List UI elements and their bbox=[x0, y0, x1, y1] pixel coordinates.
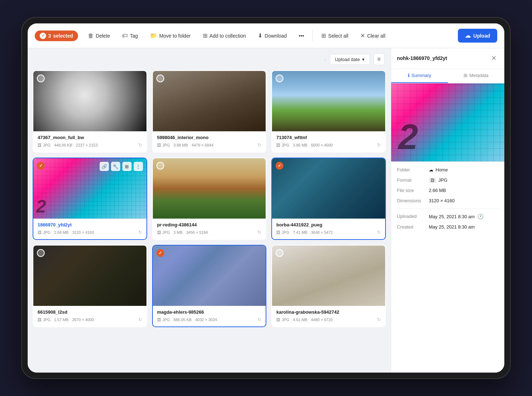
download-small-icon[interactable]: ↻ bbox=[377, 230, 381, 235]
file-size: 3.88 MB bbox=[173, 143, 188, 147]
card-name: magda-ehlers-985266 bbox=[157, 309, 262, 315]
move-to-folder-button[interactable]: 📁 Move to folder bbox=[145, 29, 196, 42]
tablet-frame: 3 selected 🗑 Delete 🏷 Tag 📁 Move to fold… bbox=[21, 17, 511, 379]
dimensions: 4032 × 3024 bbox=[195, 318, 217, 322]
download-small-icon[interactable]: ↻ bbox=[138, 142, 142, 148]
download-small-icon[interactable]: ↻ bbox=[257, 142, 261, 148]
download-small-icon[interactable]: ↻ bbox=[138, 317, 142, 322]
dimensions: 4479 × 6844 bbox=[192, 143, 213, 147]
download-small-icon[interactable]: ↻ bbox=[257, 230, 261, 235]
tag-label: Tag bbox=[130, 33, 138, 39]
download-small-icon[interactable]: ↻ bbox=[377, 317, 381, 322]
upload-label: Upload bbox=[473, 33, 490, 39]
select-all-button[interactable]: ⊞ Select all bbox=[316, 29, 353, 42]
card-name: 5998046_interior_mono bbox=[157, 135, 262, 140]
filesize-value: 2.66 MB bbox=[429, 188, 446, 193]
download-small-icon[interactable]: ↻ bbox=[377, 142, 381, 148]
card-meta: 🖼 JPG 3.88 MB 4479 × 6844 ↻ bbox=[157, 142, 262, 148]
card-checkbox[interactable] bbox=[37, 249, 45, 257]
table-row[interactable]: borba-4431922_pueg 🖼 JPG 7.41 MB 3648 × … bbox=[271, 158, 386, 240]
format-label: 🖼 JPG bbox=[38, 318, 50, 322]
download-button[interactable]: ⬇ Download bbox=[253, 29, 292, 42]
flowers-image bbox=[153, 246, 266, 306]
more-button[interactable]: ••• bbox=[294, 30, 309, 42]
uploaded-date: May 25, 2021 8:30 am bbox=[429, 214, 475, 219]
uploaded-label: Uploaded bbox=[397, 214, 429, 219]
table-row[interactable]: 2 🔗 🔧 ⊞ ⋮ 1866970_yfd2yt bbox=[33, 158, 147, 240]
download-small-icon[interactable]: ↻ bbox=[138, 230, 142, 235]
folder-label: Folder bbox=[397, 167, 429, 172]
format-row: Format 🖼 JPG bbox=[397, 177, 499, 183]
preview-number-overlay: 2 bbox=[398, 119, 418, 154]
preview-image: 2 bbox=[391, 83, 504, 161]
table-row[interactable]: karolina-grabowska-5942742 🖼 JPG 4.61 MB… bbox=[271, 245, 386, 327]
file-size: 4.61 MB bbox=[293, 318, 307, 322]
clear-all-button[interactable]: ✕ Clear all bbox=[355, 29, 390, 42]
move-to-folder-label: Move to folder bbox=[159, 33, 191, 39]
jpg-icon: 🖼 bbox=[38, 318, 41, 322]
add-to-collection-button[interactable]: ⊞ Add to collection bbox=[198, 29, 251, 42]
format-label: 🖼 JPG bbox=[157, 143, 170, 147]
table-row[interactable]: 713074_wfttnf 🖼 JPG 3.86 MB 6000 × 4000 … bbox=[271, 70, 386, 153]
info-icon: ℹ bbox=[408, 73, 410, 78]
image-thumbnail: 2 🔗 🔧 ⊞ ⋮ bbox=[33, 158, 146, 219]
dimensions: 6000 × 4000 bbox=[311, 143, 333, 147]
card-name: 47367_moon_full_bw bbox=[38, 135, 142, 140]
format-label: Format bbox=[397, 177, 429, 183]
card-meta: 🖼 JPG 2.66 MB 3120 × 4160 ↻ bbox=[38, 230, 142, 235]
sort-bar: ↓ Upload date ▾ ≡ bbox=[33, 53, 386, 65]
table-row[interactable]: 47367_moon_full_bw 🖼 JPG 448.96 KB 2237 … bbox=[33, 70, 147, 153]
table-row[interactable]: pr-reding-4386144 🖼 JPG 3 MB 3456 × 5184… bbox=[152, 158, 267, 240]
sort-button[interactable]: Upload date ▾ bbox=[330, 54, 370, 65]
forest-image bbox=[153, 158, 266, 219]
card-checkbox[interactable] bbox=[156, 249, 164, 257]
dimensions: 3648 × 5472 bbox=[311, 230, 333, 235]
table-row[interactable]: 6615908_l2sd 🖼 JPG 1.57 MB 2670 × 4000 ↻ bbox=[33, 245, 147, 327]
card-checkbox[interactable] bbox=[156, 75, 164, 82]
download-small-icon[interactable]: ↻ bbox=[257, 317, 261, 322]
card-info: 1866970_yfd2yt 🖼 JPG 2.66 MB 3120 × 4160… bbox=[33, 219, 146, 239]
format-label: 🖼 JPG bbox=[157, 318, 170, 322]
crop-action-button[interactable]: ⊞ bbox=[122, 162, 132, 171]
more-action-button[interactable]: ⋮ bbox=[134, 162, 143, 171]
card-info: 713074_wfttnf 🖼 JPG 3.86 MB 6000 × 4000 … bbox=[272, 131, 385, 152]
panel-details: Folder ☁ Home Format 🖼 JPG bbox=[391, 161, 504, 373]
card-info: karolina-grabowska-5942742 🖼 JPG 4.61 MB… bbox=[272, 306, 385, 326]
collection-icon: ⊞ bbox=[203, 32, 207, 39]
upload-button[interactable]: ☁ Upload bbox=[458, 29, 497, 43]
folder-row: Folder ☁ Home bbox=[397, 167, 499, 172]
close-panel-button[interactable]: ✕ bbox=[489, 53, 499, 63]
tab-metadata[interactable]: ⊞ Metadata bbox=[448, 68, 505, 83]
grid-toggle-button[interactable]: ≡ bbox=[373, 53, 384, 65]
jpg-icon: 🖼 bbox=[276, 230, 280, 235]
tag-icon: 🏷 bbox=[122, 33, 128, 39]
card-name: 1866970_yfd2yt bbox=[38, 222, 142, 227]
table-row[interactable]: 5998046_interior_mono 🖼 JPG 3.88 MB 4479… bbox=[152, 70, 267, 153]
selected-badge: 3 selected bbox=[35, 31, 78, 41]
tag-button[interactable]: 🏷 Tag bbox=[117, 30, 143, 42]
table-row[interactable]: magda-ehlers-985266 🖼 JPG 886.05 KB 4032… bbox=[152, 245, 267, 327]
folder-name: Home bbox=[436, 167, 448, 172]
toolbar-divider bbox=[312, 31, 313, 41]
dimensions: 4480 × 6720 bbox=[311, 318, 333, 322]
download-label: Download bbox=[265, 33, 287, 39]
card-info: 47367_moon_full_bw 🖼 JPG 448.96 KB 2237 … bbox=[33, 131, 146, 152]
card-info: borba-4431922_pueg 🖼 JPG 7.41 MB 3648 × … bbox=[272, 219, 385, 239]
tab-summary[interactable]: ℹ Summary bbox=[391, 68, 448, 83]
uploaded-value: May 25, 2021 8:30 am 🕐 bbox=[429, 214, 483, 219]
card-name: 6615908_l2sd bbox=[38, 309, 142, 315]
content-area: ↓ Upload date ▾ ≡ bbox=[28, 48, 504, 373]
card-meta: 🖼 JPG 448.96 KB 2237 × 2153 ↻ bbox=[38, 142, 142, 148]
moon-image bbox=[33, 71, 146, 131]
delete-label: Delete bbox=[96, 33, 110, 39]
format-value: 🖼 JPG bbox=[429, 177, 447, 183]
delete-button[interactable]: 🗑 Delete bbox=[83, 30, 115, 42]
settings-action-button[interactable]: 🔧 bbox=[111, 162, 120, 171]
card-checkbox[interactable] bbox=[156, 162, 164, 170]
card-checkbox[interactable] bbox=[37, 162, 45, 170]
download-icon: ⬇ bbox=[258, 32, 262, 39]
link-action-button[interactable]: 🔗 bbox=[100, 162, 109, 171]
card-checkbox[interactable] bbox=[37, 75, 45, 82]
main-area: ↓ Upload date ▾ ≡ bbox=[28, 48, 391, 373]
uploaded-row: Uploaded May 25, 2021 8:30 am 🕐 bbox=[397, 214, 499, 219]
